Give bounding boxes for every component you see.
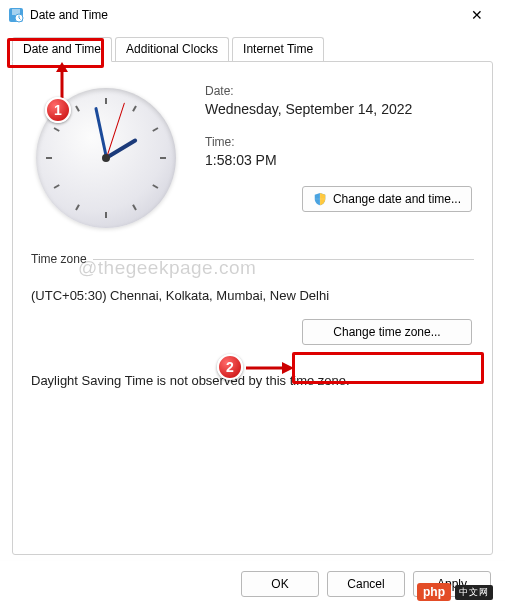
titlebar: Date and Time ✕ [0,0,505,30]
close-button[interactable]: ✕ [457,1,497,29]
change-timezone-button[interactable]: Change time zone... [302,319,472,345]
datetime-info: Date: Wednesday, September 14, 2022 Time… [205,82,474,212]
shield-icon [313,192,327,206]
tab-date-time[interactable]: Date and Time [12,37,112,62]
titlebar-left: Date and Time [8,7,108,23]
analog-clock [31,82,181,228]
date-value: Wednesday, September 14, 2022 [205,101,474,117]
time-value: 1:58:03 PM [205,152,474,168]
tab-internet-time[interactable]: Internet Time [232,37,324,62]
dst-text: Daylight Saving Time is not observed by … [31,373,474,388]
time-label: Time: [205,135,474,149]
tab-panel-date-time: Date: Wednesday, September 14, 2022 Time… [12,61,493,555]
cancel-button[interactable]: Cancel [327,571,405,597]
timezone-legend: Time zone [31,252,93,266]
datetime-row: Date: Wednesday, September 14, 2022 Time… [31,82,474,228]
tab-additional-clocks[interactable]: Additional Clocks [115,37,229,62]
window-title: Date and Time [30,8,108,22]
change-date-time-label: Change date and time... [333,192,461,206]
timezone-fieldset: Time zone (UTC+05:30) Chennai, Kolkata, … [31,252,474,388]
change-date-time-button[interactable]: Change date and time... [302,186,472,212]
apply-button[interactable]: Apply [413,571,491,597]
clock-icon [8,7,24,23]
ok-button[interactable]: OK [241,571,319,597]
timezone-value: (UTC+05:30) Chennai, Kolkata, Mumbai, Ne… [31,288,474,303]
tabs-strip: Date and Time Additional Clocks Internet… [12,36,493,61]
dialog-content: Date and Time Additional Clocks Internet… [0,30,505,555]
dialog-button-bar: OK Cancel Apply [0,560,505,609]
date-label: Date: [205,84,474,98]
